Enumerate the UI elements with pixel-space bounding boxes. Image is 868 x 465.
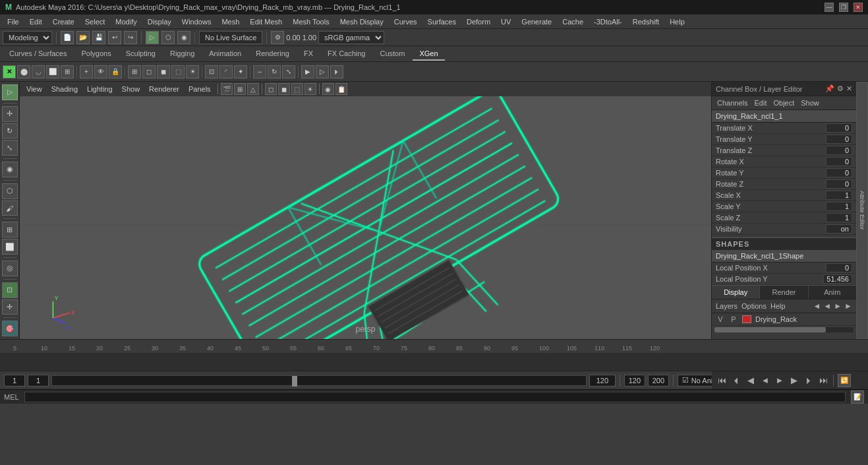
script-editor-btn[interactable]: 📝 [851,390,864,404]
vertex-mode-btn[interactable]: ⬤ [17,65,30,78]
layer-row[interactable]: V P Drying_Rack [712,313,856,326]
vp-snap-btn[interactable]: ◉ [322,83,334,95]
menu-item-surfaces[interactable]: Surfaces [423,16,461,27]
frame-current-input[interactable] [28,375,49,387]
channel-box-side-tab[interactable]: Attribute Editor [856,82,868,339]
channel-row-rz[interactable]: Rotate Z 0 [712,179,856,190]
frame-slider[interactable] [51,375,587,386]
xray-btn[interactable]: ◎ [2,261,18,276]
soft-select-btn[interactable]: ◉ [2,162,18,177]
menu-item-curves[interactable]: Curves [390,16,422,27]
menu-item-edit[interactable]: Edit [25,16,47,27]
cb-settings-btn[interactable]: ⚙ [837,84,844,93]
channel-row-vis[interactable]: Visibility on [712,224,856,235]
paint-select-btn[interactable]: 🖌 [2,201,18,216]
menu-item-mesh-display[interactable]: Mesh Display [335,16,388,27]
wireframe-btn[interactable]: ⊞ [128,65,141,78]
face-mode-btn[interactable]: ⬜ [46,65,59,78]
render-tab[interactable]: Render [760,286,808,299]
display-tab[interactable]: Display [712,286,760,299]
tab-rendering[interactable]: Rendering [249,47,296,61]
eye-btn[interactable]: 👁 [94,65,107,78]
layer-last-btn[interactable]: ► [844,301,852,311]
vp-show-menu[interactable]: Show [118,84,144,94]
channel-row-lpx[interactable]: Local Position X 0 [712,263,856,274]
light-btn[interactable]: ☀ [186,65,199,78]
menu-item-deform[interactable]: Deform [462,16,495,27]
tab-sculpting[interactable]: Sculpting [119,47,162,61]
add-btn[interactable]: + [80,65,93,78]
layer-p-btn[interactable]: P [729,315,738,323]
move-tool-left[interactable]: ✛ [2,106,18,122]
vp-tex-btn[interactable]: ⬚ [291,83,303,95]
channel-row-sz[interactable]: Scale Z 1 [712,212,856,224]
lasso-tool[interactable]: ⬡ [161,31,175,44]
render-btn[interactable]: ▶ [301,65,314,78]
tab-rigging[interactable]: Rigging [163,47,201,61]
smooth-btn[interactable]: ◻ [142,65,156,78]
go-start-btn[interactable]: ⏮ [716,375,728,385]
ipr-btn[interactable]: ⏵ [330,65,343,78]
tab-fx[interactable]: FX [297,47,320,61]
open-file-button[interactable]: 📂 [76,31,90,44]
tab-fx-caching[interactable]: FX Caching [321,47,372,61]
layer-next-btn[interactable]: ► [834,301,842,311]
vp-lighting-menu[interactable]: Lighting [83,84,117,94]
vp-wire-btn[interactable]: ◻ [265,83,277,95]
frame-range-end-input[interactable] [589,375,616,387]
vp-poly-btn[interactable]: △ [247,83,259,95]
edge-mode-btn[interactable]: ◡ [32,65,45,78]
snap-grid-btn[interactable]: ⊡ [205,65,218,78]
mode-selector[interactable]: Modeling [3,31,52,44]
menu-item-help[interactable]: Help [665,16,689,27]
snap-curve-btn[interactable]: ◜ [219,65,233,78]
save-file-button[interactable]: 💾 [92,31,105,44]
menu-item---dtoall-[interactable]: -3DtoAll- [589,16,627,27]
layer-add-btn[interactable]: ◄ [813,301,821,311]
camera-btn[interactable]: 🎯 [2,321,18,336]
cm-object[interactable]: Object [770,98,797,108]
anim-end-input[interactable] [624,375,645,387]
tab-curves---surfaces[interactable]: Curves / Surfaces [3,47,73,61]
restore-button[interactable]: ❐ [839,3,848,12]
rotate-tool-left[interactable]: ↻ [2,123,18,139]
mel-input[interactable] [24,392,846,402]
anim-tab[interactable]: Anim [809,286,856,299]
tab-animation[interactable]: Animation [202,47,248,61]
scale-tool-left[interactable]: ⤡ [2,140,18,156]
channel-row-sy[interactable]: Scale Y 1 [712,201,856,212]
menu-item-redshift[interactable]: Redshift [628,16,664,27]
channel-row-tx[interactable]: Translate X 0 [712,123,856,134]
menu-item-select[interactable]: Select [80,16,110,27]
gamma-selector[interactable]: sRGB gamma [318,31,384,44]
render2-btn[interactable]: ▷ [316,65,329,78]
vp-cam-btn[interactable]: 🎬 [221,83,233,95]
next-frame-btn[interactable]: ⏵ [803,375,815,385]
vp-view-menu[interactable]: View [22,84,46,94]
menu-item-create[interactable]: Create [48,16,79,27]
vp-grid-btn[interactable]: ⊞ [234,83,246,95]
tab-xgen[interactable]: XGen [413,47,444,61]
layer-scrollbar[interactable] [714,327,854,332]
gamma-options[interactable]: ⚙ [271,31,284,44]
select-tool[interactable]: ▷ [146,31,159,44]
play-fwd-btn[interactable]: ► [774,375,786,385]
lasso-select-btn[interactable]: ⬡ [2,183,18,199]
show-hide-btn[interactable]: ⊞ [2,222,18,237]
redo-button[interactable]: ↪ [124,31,137,44]
object-btn[interactable]: ⬜ [2,239,18,255]
menu-item-modify[interactable]: Modify [111,16,141,27]
prev-frame-btn[interactable]: ⏴ [730,375,742,385]
vp-panels-menu[interactable]: Panels [185,84,215,94]
cb-close-btn[interactable]: ✕ [846,84,852,93]
channel-row-ry[interactable]: Rotate Y 0 [712,168,856,179]
cm-edit[interactable]: Edit [751,98,769,108]
prev-key-btn[interactable]: ◀ [745,375,757,385]
rotate-btn[interactable]: ↻ [268,65,281,78]
paint-tool[interactable]: ◉ [177,31,190,44]
menu-item-cache[interactable]: Cache [558,16,588,27]
frame-slider-thumb[interactable] [292,376,297,387]
tab-custom[interactable]: Custom [374,47,412,61]
uvshell-mode-btn[interactable]: ⊞ [61,65,74,78]
layers-menu[interactable]: Layers [716,302,738,310]
